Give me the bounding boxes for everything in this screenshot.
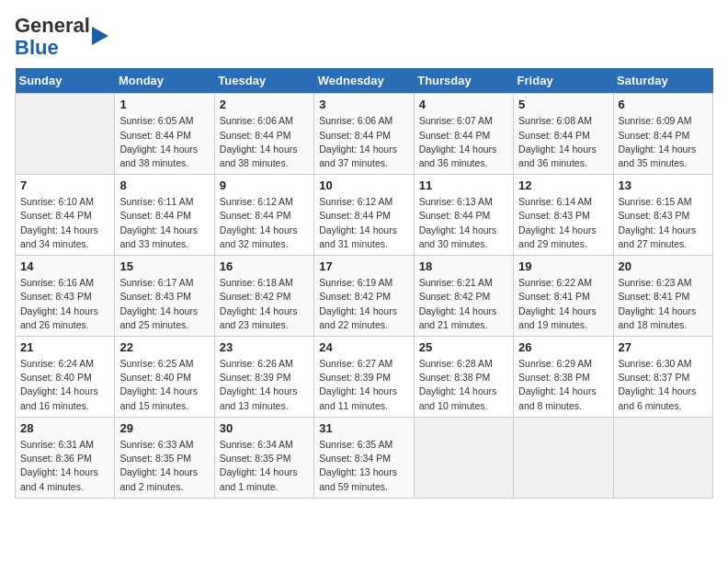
- day-number: 2: [220, 98, 309, 111]
- weekday-header-saturday: Saturday: [613, 68, 712, 94]
- day-number: 3: [319, 98, 408, 111]
- calendar-cell: 25Sunrise: 6:28 AM Sunset: 8:38 PM Dayli…: [414, 337, 513, 418]
- day-info: Sunrise: 6:06 AM Sunset: 8:44 PM Dayligh…: [319, 114, 408, 170]
- day-info: Sunrise: 6:26 AM Sunset: 8:39 PM Dayligh…: [220, 357, 309, 413]
- calendar-cell: 4Sunrise: 6:07 AM Sunset: 8:44 PM Daylig…: [414, 94, 513, 175]
- day-info: Sunrise: 6:17 AM Sunset: 8:43 PM Dayligh…: [119, 276, 209, 332]
- logo-line1: General: [15, 15, 90, 37]
- logo-arrow-icon: [92, 27, 108, 45]
- calendar-cell: 17Sunrise: 6:19 AM Sunset: 8:42 PM Dayli…: [314, 256, 414, 337]
- calendar-cell: 6Sunrise: 6:09 AM Sunset: 8:44 PM Daylig…: [613, 94, 712, 175]
- weekday-header-tuesday: Tuesday: [214, 68, 313, 94]
- day-number: 25: [419, 340, 508, 354]
- weekday-header-friday: Friday: [514, 68, 613, 94]
- day-number: 26: [518, 340, 608, 354]
- day-number: 9: [220, 178, 309, 192]
- calendar-cell: 18Sunrise: 6:21 AM Sunset: 8:42 PM Dayli…: [414, 256, 513, 337]
- calendar-cell: 28Sunrise: 6:31 AM Sunset: 8:36 PM Dayli…: [16, 417, 115, 498]
- day-info: Sunrise: 6:24 AM Sunset: 8:40 PM Dayligh…: [20, 357, 109, 413]
- calendar-cell: 14Sunrise: 6:16 AM Sunset: 8:43 PM Dayli…: [16, 256, 115, 337]
- weekday-header-thursday: Thursday: [414, 68, 513, 94]
- day-number: 21: [20, 340, 109, 354]
- day-info: Sunrise: 6:16 AM Sunset: 8:43 PM Dayligh…: [20, 276, 109, 332]
- day-number: 22: [119, 340, 209, 354]
- day-info: Sunrise: 6:23 AM Sunset: 8:41 PM Dayligh…: [619, 276, 708, 332]
- day-info: Sunrise: 6:13 AM Sunset: 8:44 PM Dayligh…: [419, 195, 508, 251]
- calendar-cell: 16Sunrise: 6:18 AM Sunset: 8:42 PM Dayli…: [214, 256, 313, 337]
- day-number: 13: [619, 178, 708, 192]
- day-info: Sunrise: 6:06 AM Sunset: 8:44 PM Dayligh…: [220, 114, 309, 170]
- day-number: 11: [419, 178, 508, 192]
- calendar-cell: 29Sunrise: 6:33 AM Sunset: 8:35 PM Dayli…: [115, 417, 214, 498]
- day-number: 23: [220, 340, 309, 354]
- weekday-header-monday: Monday: [115, 68, 214, 94]
- calendar-cell: 9Sunrise: 6:12 AM Sunset: 8:44 PM Daylig…: [214, 175, 313, 256]
- day-number: 10: [319, 178, 408, 192]
- day-number: 30: [220, 421, 309, 435]
- calendar-cell: 23Sunrise: 6:26 AM Sunset: 8:39 PM Dayli…: [214, 337, 313, 418]
- day-info: Sunrise: 6:12 AM Sunset: 8:44 PM Dayligh…: [319, 195, 408, 251]
- day-info: Sunrise: 6:21 AM Sunset: 8:42 PM Dayligh…: [419, 276, 508, 332]
- day-info: Sunrise: 6:31 AM Sunset: 8:36 PM Dayligh…: [20, 438, 109, 494]
- day-info: Sunrise: 6:18 AM Sunset: 8:42 PM Dayligh…: [220, 276, 309, 332]
- calendar-cell: 24Sunrise: 6:27 AM Sunset: 8:39 PM Dayli…: [314, 337, 414, 418]
- day-info: Sunrise: 6:19 AM Sunset: 8:42 PM Dayligh…: [319, 276, 408, 332]
- calendar-cell: 30Sunrise: 6:34 AM Sunset: 8:35 PM Dayli…: [214, 417, 313, 498]
- calendar-cell: 31Sunrise: 6:35 AM Sunset: 8:34 PM Dayli…: [314, 417, 414, 498]
- day-info: Sunrise: 6:30 AM Sunset: 8:37 PM Dayligh…: [619, 357, 708, 413]
- day-number: 24: [319, 340, 408, 354]
- day-info: Sunrise: 6:29 AM Sunset: 8:38 PM Dayligh…: [518, 357, 608, 413]
- page-header: General Blue: [15, 15, 713, 59]
- calendar-cell: 3Sunrise: 6:06 AM Sunset: 8:44 PM Daylig…: [314, 94, 414, 175]
- day-info: Sunrise: 6:15 AM Sunset: 8:43 PM Dayligh…: [619, 195, 708, 251]
- day-number: 20: [619, 259, 708, 273]
- calendar-cell: 10Sunrise: 6:12 AM Sunset: 8:44 PM Dayli…: [314, 175, 414, 256]
- day-number: 14: [20, 259, 109, 273]
- day-number: 5: [518, 98, 608, 111]
- calendar-cell: 21Sunrise: 6:24 AM Sunset: 8:40 PM Dayli…: [16, 337, 115, 418]
- day-info: Sunrise: 6:11 AM Sunset: 8:44 PM Dayligh…: [119, 195, 209, 251]
- day-number: 18: [419, 259, 508, 273]
- calendar-cell: 1Sunrise: 6:05 AM Sunset: 8:44 PM Daylig…: [115, 94, 214, 175]
- day-info: Sunrise: 6:34 AM Sunset: 8:35 PM Dayligh…: [220, 438, 309, 494]
- day-info: Sunrise: 6:27 AM Sunset: 8:39 PM Dayligh…: [319, 357, 408, 413]
- day-info: Sunrise: 6:09 AM Sunset: 8:44 PM Dayligh…: [619, 114, 708, 170]
- day-info: Sunrise: 6:25 AM Sunset: 8:40 PM Dayligh…: [119, 357, 209, 413]
- weekday-header-wednesday: Wednesday: [314, 68, 414, 94]
- calendar-cell: 20Sunrise: 6:23 AM Sunset: 8:41 PM Dayli…: [613, 256, 712, 337]
- day-number: 17: [319, 259, 408, 273]
- day-number: 15: [119, 259, 209, 273]
- day-number: 4: [419, 98, 508, 111]
- day-info: Sunrise: 6:22 AM Sunset: 8:41 PM Dayligh…: [518, 276, 608, 332]
- calendar-cell: [414, 417, 513, 498]
- day-number: 8: [119, 178, 209, 192]
- calendar-cell: 7Sunrise: 6:10 AM Sunset: 8:44 PM Daylig…: [16, 175, 115, 256]
- calendar-cell: 13Sunrise: 6:15 AM Sunset: 8:43 PM Dayli…: [613, 175, 712, 256]
- calendar-cell: 22Sunrise: 6:25 AM Sunset: 8:40 PM Dayli…: [115, 337, 214, 418]
- calendar-cell: 12Sunrise: 6:14 AM Sunset: 8:43 PM Dayli…: [514, 175, 613, 256]
- calendar-cell: 8Sunrise: 6:11 AM Sunset: 8:44 PM Daylig…: [115, 175, 214, 256]
- day-number: 19: [518, 259, 608, 273]
- day-info: Sunrise: 6:28 AM Sunset: 8:38 PM Dayligh…: [419, 357, 508, 413]
- calendar-cell: 5Sunrise: 6:08 AM Sunset: 8:44 PM Daylig…: [514, 94, 613, 175]
- day-number: 28: [20, 421, 109, 435]
- day-number: 12: [518, 178, 608, 192]
- day-info: Sunrise: 6:35 AM Sunset: 8:34 PM Dayligh…: [319, 438, 408, 494]
- day-number: 27: [619, 340, 708, 354]
- day-number: 6: [619, 98, 708, 111]
- weekday-header-sunday: Sunday: [16, 68, 115, 94]
- calendar-cell: [613, 417, 712, 498]
- day-number: 7: [20, 178, 109, 192]
- calendar-cell: 26Sunrise: 6:29 AM Sunset: 8:38 PM Dayli…: [514, 337, 613, 418]
- day-number: 16: [220, 259, 309, 273]
- day-number: 29: [119, 421, 209, 435]
- logo: General Blue: [15, 15, 108, 59]
- day-info: Sunrise: 6:12 AM Sunset: 8:44 PM Dayligh…: [220, 195, 309, 251]
- calendar-table: SundayMondayTuesdayWednesdayThursdayFrid…: [15, 68, 713, 498]
- calendar-cell: [16, 94, 115, 175]
- calendar-cell: 27Sunrise: 6:30 AM Sunset: 8:37 PM Dayli…: [613, 337, 712, 418]
- calendar-cell: 11Sunrise: 6:13 AM Sunset: 8:44 PM Dayli…: [414, 175, 513, 256]
- calendar-cell: 2Sunrise: 6:06 AM Sunset: 8:44 PM Daylig…: [214, 94, 313, 175]
- day-info: Sunrise: 6:33 AM Sunset: 8:35 PM Dayligh…: [119, 438, 209, 494]
- day-info: Sunrise: 6:08 AM Sunset: 8:44 PM Dayligh…: [518, 114, 608, 170]
